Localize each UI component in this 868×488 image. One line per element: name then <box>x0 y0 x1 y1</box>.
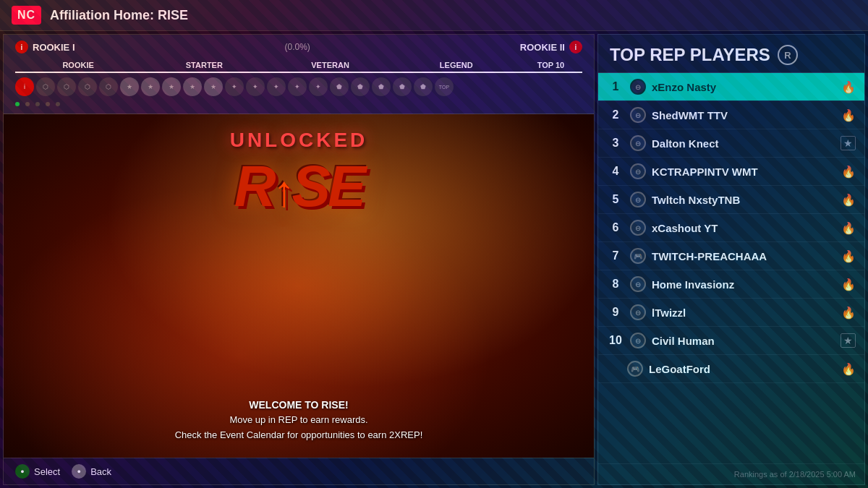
rise-logo: R↑SE <box>234 158 364 215</box>
main-display: UNLOCKED R↑SE WELCOME TO RISE! Move up i… <box>4 114 594 458</box>
unlocked-label: UNLOCKED <box>4 129 594 152</box>
welcome-line1: Move up in REP to earn rewards. <box>4 413 594 428</box>
welcome-title: WELCOME TO RISE! <box>4 397 594 413</box>
welcome-line2: Check the Event Calendar for opportuniti… <box>4 428 594 443</box>
welcome-text: WELCOME TO RISE! Move up in REP to earn … <box>4 397 594 443</box>
